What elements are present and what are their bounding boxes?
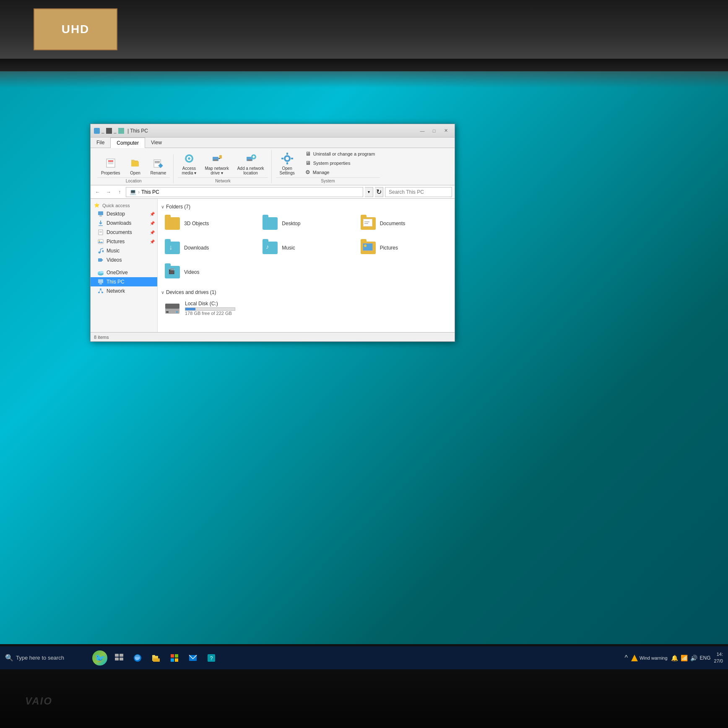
folder-desktop[interactable]: Desktop	[259, 213, 353, 234]
svg-rect-34	[98, 239, 103, 244]
up-button[interactable]: ↑	[115, 187, 124, 197]
sidebar: ⭐ Quick access Desktop 📌 Downloads 📌	[91, 199, 158, 332]
search-input[interactable]	[385, 187, 452, 197]
svg-rect-26	[281, 158, 283, 159]
svg-rect-6	[131, 161, 139, 166]
title-icon2	[106, 128, 112, 134]
store-button[interactable]	[166, 650, 183, 666]
title-bar-icons: ⎯ ⎯	[94, 128, 124, 134]
monitor-bezel	[0, 59, 728, 71]
pictures-pin-icon: 📌	[150, 239, 154, 244]
folder-documents[interactable]: Documents	[357, 213, 451, 234]
sidebar-videos-label: Videos	[107, 257, 122, 263]
quick-access-icon: ⭐	[94, 203, 100, 208]
network-label: Network	[107, 288, 125, 294]
sidebar-item-downloads[interactable]: Downloads 📌	[91, 218, 157, 228]
folder-3d-objects[interactable]: 3D Objects	[161, 213, 255, 234]
svg-text:?: ?	[210, 655, 213, 661]
tab-file[interactable]: File	[91, 138, 110, 148]
open-button[interactable]: Open	[125, 154, 146, 177]
ribbon-content: Properties Open	[91, 148, 455, 185]
sidebar-item-network[interactable]: Network	[91, 286, 157, 296]
close-button[interactable]: ✕	[440, 126, 451, 135]
svg-rect-48	[98, 292, 100, 293]
drives-section-header[interactable]: Devices and drives (1)	[161, 288, 451, 297]
taskbar-search-area: 🔍 Type here to search	[0, 654, 92, 662]
taskview-button[interactable]	[111, 650, 127, 666]
access-media-icon	[182, 152, 196, 165]
ribbon-group-system: OpenSettings 🖥 Uninstall or change a pro…	[273, 150, 384, 183]
ribbon-group-location: Properties Open	[94, 154, 174, 183]
minimize-button[interactable]: —	[417, 126, 428, 135]
unknown-app-button[interactable]: ?	[203, 650, 220, 666]
sidebar-item-documents[interactable]: Documents 📌	[91, 228, 157, 237]
sidebar-item-music[interactable]: Music	[91, 246, 157, 255]
onedrive-label: OneDrive	[107, 270, 128, 276]
properties-button[interactable]: Properties	[97, 154, 124, 177]
folder-downloads-label: Downloads	[184, 245, 209, 251]
back-button[interactable]: ←	[93, 187, 102, 197]
folder-3d-icon	[164, 215, 181, 232]
taskbar-search-text[interactable]: Type here to search	[16, 655, 64, 661]
clock-area[interactable]: 14: 27/0	[714, 651, 723, 664]
edge-button[interactable]	[129, 650, 146, 666]
open-label: Open	[130, 171, 140, 175]
sidebar-spacer	[91, 265, 157, 268]
notification-text: Wind warning	[640, 655, 668, 660]
folders-section-header[interactable]: Folders (7)	[161, 202, 451, 211]
svg-point-55	[176, 311, 178, 313]
svg-rect-56	[115, 654, 119, 657]
window-icon	[94, 128, 100, 134]
add-network-button[interactable]: Add a networklocation	[234, 150, 268, 177]
taskbar-right: ^ Wind warning 🔔 📶 🔊 ENG 14: 27/0	[619, 651, 728, 664]
folder-3d-label: 3D Objects	[184, 221, 209, 226]
desktop-pin-icon: 📌	[150, 212, 154, 216]
folder-videos[interactable]: 🎬 Videos	[161, 262, 255, 283]
file-explorer-button[interactable]	[148, 650, 164, 666]
wifi-icon[interactable]: 📶	[681, 655, 688, 661]
folder-music[interactable]: ♪ Music	[259, 237, 353, 258]
sidebar-item-pictures[interactable]: Pictures 📌	[91, 237, 157, 246]
lang-indicator[interactable]: ENG	[700, 655, 711, 661]
tab-computer[interactable]: Computer	[110, 138, 145, 148]
sidebar-item-videos[interactable]: Videos	[91, 255, 157, 265]
open-settings-button[interactable]: OpenSettings	[276, 150, 299, 177]
address-dropdown[interactable]: ▾	[365, 187, 373, 197]
documents-icon	[97, 229, 104, 236]
rename-button[interactable]: Rename	[147, 154, 170, 177]
open-settings-label: OpenSettings	[280, 166, 295, 175]
documents-pin-icon: 📌	[150, 230, 154, 234]
drive-capacity-bar	[185, 307, 235, 311]
svg-rect-15	[213, 159, 218, 161]
sidebar-item-desktop[interactable]: Desktop 📌	[91, 209, 157, 218]
network-icon	[97, 288, 104, 294]
refresh-button[interactable]: ↻	[375, 187, 383, 197]
folders-grid: 3D Objects Desktop	[161, 211, 451, 288]
mail-button[interactable]	[185, 650, 201, 666]
vaio-logo: VAIO	[25, 695, 52, 707]
folder-documents-label: Documents	[380, 221, 406, 226]
notifications-icon[interactable]: 🔔	[671, 655, 678, 661]
manage-button[interactable]: ⚙ Manage	[304, 168, 377, 176]
folder-pictures-label: Pictures	[380, 245, 398, 251]
tab-view[interactable]: View	[145, 138, 168, 148]
folder-downloads[interactable]: ↓ Downloads	[161, 237, 255, 258]
map-network-icon	[210, 152, 224, 165]
address-path[interactable]: 💻 › This PC	[126, 187, 363, 197]
local-disk-c[interactable]: Local Disk (C:) 178 GB free of 222 GB	[161, 297, 451, 320]
svg-marker-41	[102, 259, 103, 261]
drives-section-label: Devices and drives (1)	[166, 289, 216, 295]
time-display: 14:	[714, 651, 723, 658]
forward-button[interactable]: →	[104, 187, 113, 197]
chevron-up-icon[interactable]: ^	[624, 654, 628, 662]
uninstall-button[interactable]: 🖥 Uninstall or change a program	[304, 150, 377, 158]
sidebar-item-onedrive[interactable]: OneDrive	[91, 268, 157, 277]
sidebar-item-this-pc[interactable]: This PC	[91, 277, 157, 286]
access-media-button[interactable]: Accessmedia ▾	[178, 150, 200, 177]
videos-icon	[97, 257, 104, 263]
map-network-button[interactable]: Map networkdrive ▾	[201, 150, 232, 177]
folder-pictures[interactable]: Pictures	[357, 237, 451, 258]
maximize-button[interactable]: □	[429, 126, 439, 135]
system-properties-button[interactable]: 🖥 System properties	[304, 159, 377, 167]
volume-icon[interactable]: 🔊	[690, 655, 697, 661]
